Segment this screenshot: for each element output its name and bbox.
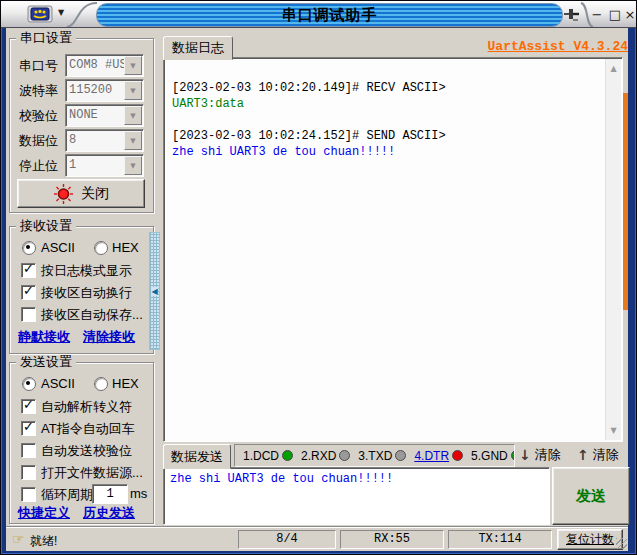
clear-receive-button[interactable]: ↑ 清除 (577, 446, 619, 464)
recv-ascii-radio[interactable] (22, 241, 36, 255)
file-source-checkbox[interactable] (21, 465, 36, 480)
baud-combobox[interactable]: 115200 ▼ (65, 79, 144, 102)
port-combobox[interactable]: COM8 #USB ▼ (65, 54, 144, 77)
databits-combobox[interactable]: 8 ▼ (65, 129, 144, 152)
parity-label: 校验位 (19, 107, 58, 125)
clear-send-button[interactable]: ↓ 清除 (519, 446, 561, 464)
file-source-label: 打开文件数据源... (41, 464, 143, 482)
app-icon[interactable] (27, 5, 53, 23)
signal-txd-label: 3.TXD (358, 449, 392, 463)
signal-strip: 1.DCD 2.RXD 3.TXD 4.DTR 5.GND 6. (234, 444, 515, 467)
title-pill: 串口调试助手 (96, 3, 563, 27)
baud-label: 波特率 (19, 82, 58, 100)
stopbits-label: 停止位 (19, 157, 58, 175)
send-settings-title: 发送设置 (16, 355, 76, 368)
signal-dcd-label: 1.DCD (243, 449, 279, 463)
auto-wrap-label: 接收区自动换行 (41, 284, 132, 302)
combo-arrow-icon[interactable]: ▼ (124, 156, 142, 175)
signal-rxd[interactable]: 2.RXD (301, 449, 350, 463)
send-ascii-radio[interactable] (22, 377, 36, 391)
at-cr-label: AT指令自动回车 (41, 420, 135, 438)
cycle-period-input[interactable]: 1 (92, 484, 128, 504)
clear-receive-link[interactable]: 清除接收 (83, 328, 135, 346)
close-port-label: 关闭 (81, 185, 109, 203)
log-line (172, 112, 602, 128)
port-label: 串口号 (19, 57, 58, 75)
send-ascii-label: ASCII (41, 376, 75, 391)
cycle-unit-label: ms (130, 486, 147, 501)
signal-gnd[interactable]: 5.GND (471, 449, 515, 463)
tab-data-send[interactable]: 数据发送 (163, 444, 231, 469)
shortcut-define-link[interactable]: 快捷定义 (18, 504, 70, 522)
send-input[interactable]: zhe shi UART3 de tou chuan!!!!! (163, 467, 550, 525)
signal-dtr-led-icon (452, 450, 463, 461)
clear-send-label: 清除 (535, 446, 561, 464)
combo-arrow-icon[interactable]: ▼ (124, 56, 142, 75)
cycle-period-value: 1 (106, 487, 113, 501)
combo-arrow-icon[interactable]: ▼ (124, 106, 142, 125)
parity-value: NONE (69, 108, 125, 122)
tx-counter-box: TX:114 (448, 530, 552, 549)
parity-combobox[interactable]: NONE ▼ (65, 104, 144, 127)
led-red-icon (53, 184, 74, 204)
version-link-wrap: UartAssist V4.3.24 (440, 39, 628, 54)
collapse-left-icon[interactable]: ◀ (151, 287, 157, 296)
silent-receive-link[interactable]: 静默接收 (18, 328, 70, 346)
clear-receive-arrow-icon: ↑ (577, 447, 589, 463)
signal-dtr-link[interactable]: 4.DTR (414, 449, 449, 463)
rx-counter-value: RX:55 (374, 532, 410, 546)
cycle-label: 循环周期 (41, 486, 93, 504)
version-link[interactable]: UartAssist V4.3.24 (488, 39, 628, 54)
auto-save-checkbox[interactable] (21, 307, 36, 322)
signal-txd-led-icon (395, 450, 406, 461)
baud-value: 115200 (69, 83, 125, 97)
frame-counter-box: 8/4 (238, 530, 336, 549)
scroll-up-icon[interactable]: ▲ (606, 61, 621, 76)
maximize-button[interactable]: □ (607, 6, 623, 23)
stopbits-combobox[interactable]: 1 ▼ (65, 154, 144, 177)
reset-count-button[interactable]: 复位计数 (557, 529, 623, 550)
panel-splitter[interactable]: ◀ (149, 232, 160, 350)
recv-hex-label: HEX (112, 240, 139, 255)
send-hex-radio[interactable] (94, 377, 108, 391)
scroll-down-icon[interactable]: ▼ (606, 423, 621, 438)
titlebar[interactable]: ▼ 串口调试助手 − □ × (1, 1, 636, 28)
send-input-text: zhe shi UART3 de tou chuan!!!!! (170, 472, 393, 486)
cycle-checkbox[interactable] (21, 487, 36, 502)
tab-data-send-label: 数据发送 (171, 448, 223, 466)
auto-wrap-checkbox[interactable] (21, 285, 36, 300)
rx-counter-box: RX:55 (340, 530, 444, 549)
log-mode-checkbox[interactable] (21, 263, 36, 278)
auto-save-label: 接收区自动保存... (41, 306, 143, 324)
receive-settings-title: 接收设置 (16, 219, 76, 232)
resize-grip[interactable] (616, 538, 627, 549)
send-button[interactable]: 发送 (552, 467, 630, 525)
window-title: 串口调试助手 (282, 6, 378, 25)
tab-data-log-label: 数据日志 (172, 39, 224, 57)
auto-checksum-checkbox[interactable] (21, 443, 36, 458)
log-content: [2023-02-03 10:02:20.149]# RECV ASCII> U… (172, 80, 602, 160)
minimize-button[interactable]: − (589, 6, 605, 23)
tab-data-log[interactable]: 数据日志 (163, 36, 233, 60)
escape-parse-label: 自动解析转义符 (41, 398, 132, 416)
escape-parse-checkbox[interactable] (21, 399, 36, 414)
system-menu-arrow-icon[interactable]: ▼ (58, 8, 64, 17)
close-button[interactable]: × (622, 6, 637, 23)
history-send-link[interactable]: 历史发送 (83, 504, 135, 522)
data-log-panel[interactable]: [2023-02-03 10:02:20.149]# RECV ASCII> U… (163, 57, 623, 442)
combo-arrow-icon[interactable]: ▼ (124, 131, 142, 150)
log-scrollbar[interactable]: ▲ ▼ (605, 59, 621, 440)
status-text: 就绪! (30, 533, 57, 550)
signal-dcd[interactable]: 1.DCD (243, 449, 293, 463)
signal-dcd-led-icon (282, 450, 293, 461)
statusbar-separator (6, 526, 628, 528)
signal-txd[interactable]: 3.TXD (358, 449, 406, 463)
recv-hex-radio[interactable] (94, 241, 108, 255)
signal-dtr[interactable]: 4.DTR (414, 449, 463, 463)
port-value: COM8 #USB (69, 58, 125, 72)
clear-receive-label: 清除 (593, 446, 619, 464)
recv-ascii-label: ASCII (41, 240, 75, 255)
close-port-button[interactable]: 关闭 (17, 179, 145, 208)
combo-arrow-icon[interactable]: ▼ (124, 81, 142, 100)
at-cr-checkbox[interactable] (21, 421, 36, 436)
